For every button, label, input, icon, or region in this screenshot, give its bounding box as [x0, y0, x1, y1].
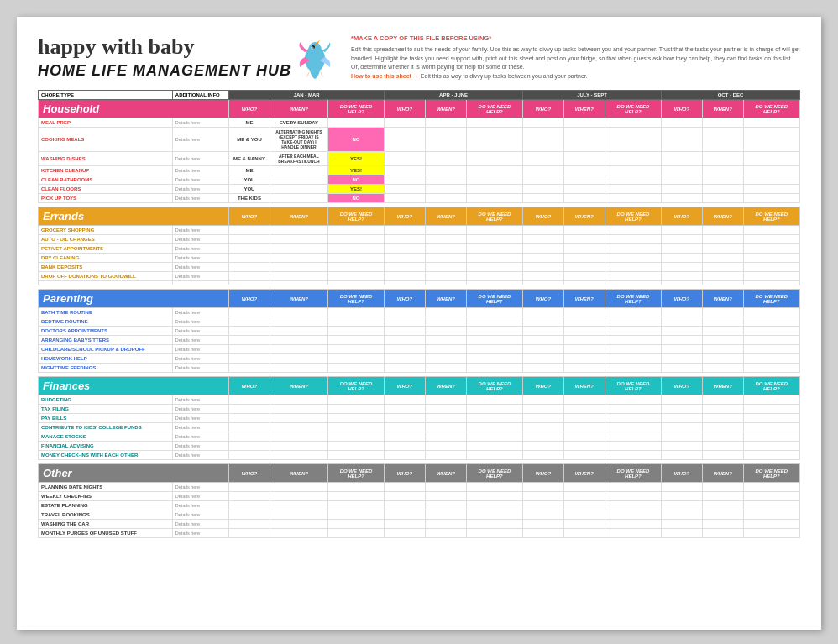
errands-row-4: DRY CLEANING Details here: [39, 254, 800, 263]
bird-icon: [296, 34, 334, 86]
svg-point-5: [312, 47, 313, 49]
finances-section-header: Finances WHO? WHEN? DO WE NEED HELP? WHO…: [39, 377, 800, 395]
other-row-1: PLANNING DATE NIGHTS Details here: [39, 483, 800, 492]
other-row-6: MONTHLY PURGES OF UNUSED STUFF Details h…: [39, 529, 800, 538]
hub-title: HOME LIFE MANAGEMENT HUB: [38, 62, 291, 80]
h-who2: WHO?: [385, 100, 426, 118]
col-q1: JAN - MAR: [229, 91, 385, 100]
when-meal-prep: EVERY SUNDAY: [270, 118, 327, 128]
parenting-row-7: NIGHTTIME FEEDINGS Details here: [39, 364, 800, 373]
other-row-3: ESTATE PLANNING Details here: [39, 501, 800, 510]
errands-label: Errands: [39, 207, 229, 226]
h-who4: WHO?: [661, 100, 702, 118]
finances-row-4: CONTRIBUTE TO KIDS' COLLEGE FUNDS Detail…: [39, 423, 800, 432]
h-when3: WHEN?: [563, 100, 605, 118]
household-row-4: KITCHEN CLEANUP Details here ME YES!: [39, 166, 800, 175]
spreadsheet: CHORE TYPE ADDITIONAL INFO JAN - MAR APR…: [38, 90, 800, 538]
other-row-5: WASHING THE CAR Details here: [39, 520, 800, 529]
errands-row-2: AUTO - OIL CHANGES Details here: [39, 235, 800, 244]
finances-label: Finances: [39, 377, 229, 395]
help-meal-prep: [327, 118, 384, 128]
h-help2: DO WE NEED HELP?: [466, 100, 522, 118]
col-q3: JULY - SEPT: [523, 91, 662, 100]
other-row-2: WEEKLY CHECK-INS Details here: [39, 492, 800, 501]
parenting-section-header: Parenting WHO? WHEN? DO WE NEED HELP? WH…: [39, 290, 800, 308]
household-row-6: CLEAN FLOORS Details here YOU YES!: [39, 185, 800, 194]
other-row-4: TRAVEL BOOKINGS Details here: [39, 510, 800, 520]
errands-row-6: DROP OFF DONATIONS TO GOODWILL Details h…: [39, 272, 800, 281]
logo-section: happy with baby HOME LIFE MANAGEMENT HUB: [38, 34, 334, 86]
h-who3: WHO?: [523, 100, 564, 118]
header-instructions: *MAKE A COPY OF THIS FILE BEFORE USING* …: [334, 34, 800, 83]
household-row-1: MEAL PREP Details here ME EVERY SUNDAY: [39, 118, 800, 128]
who-meal-prep: ME: [229, 118, 270, 128]
how-to-use: How to use this sheet → Edit this as way…: [351, 72, 800, 81]
parenting-row-4: ARRANGING BABYSITTERS Details here: [39, 336, 800, 345]
page: happy with baby HOME LIFE MANAGEMENT HUB: [17, 17, 821, 630]
header-instructions-text: Edit this spreadsheet to suit the needs …: [351, 45, 800, 72]
h-when4: WHEN?: [702, 100, 743, 118]
household-label: Household: [39, 100, 229, 118]
h-help4: DO WE NEED HELP?: [743, 100, 799, 118]
errands-row-5: BANK DEPOSITS Details here: [39, 263, 800, 272]
household-section-header: Household WHO? WHEN? DO WE NEED HELP? WH…: [39, 100, 800, 118]
finances-row-6: FINANCIAL ADVISING Details here: [39, 442, 800, 451]
household-row-2: COOKING MEALS Details here ME & YOU ALTE…: [39, 128, 800, 152]
header-warning: *MAKE A COPY OF THIS FILE BEFORE USING*: [351, 34, 800, 43]
svg-point-1: [308, 42, 322, 59]
parenting-row-6: HOMEWORK HELP Details here: [39, 354, 800, 364]
household-row-7: PICK UP TOYS Details here THE KIDS NO: [39, 194, 800, 203]
finances-row-7: MONEY CHECK-INS WITH EACH OTHER Details …: [39, 451, 800, 460]
other-section-header: Other WHO? WHEN? DO WE NEED HELP? WHO? W…: [39, 464, 800, 483]
h-help3: DO WE NEED HELP?: [605, 100, 661, 118]
logo-text: happy with baby: [38, 34, 291, 60]
errands-section-header: Errands WHO? WHEN? DO WE NEED HELP? WHO?…: [39, 207, 800, 226]
parenting-row-3: DOCTORS APPOINTMENTS Details here: [39, 327, 800, 336]
header: happy with baby HOME LIFE MANAGEMENT HUB: [38, 34, 800, 86]
other-label: Other: [39, 464, 229, 483]
errands-row-3: PET/VET APPOINTMENTS Details here: [39, 244, 800, 254]
col-additional-info: ADDITIONAL INFO: [172, 91, 228, 100]
finances-row-2: TAX FILING Details here: [39, 405, 800, 414]
errands-row-1: GROCERY SHOPPING Details here: [39, 226, 800, 235]
col-q2: APR - JUNE: [385, 91, 523, 100]
h-help: DO WE NEED HELP?: [327, 100, 384, 118]
household-row-5: CLEAN BATHROOMS Details here YOU NO: [39, 175, 800, 185]
h-when2: WHEN?: [425, 100, 466, 118]
col-chore-type: CHORE TYPE: [39, 91, 173, 100]
parenting-row-2: BEDTIME ROUTINE Details here: [39, 317, 800, 327]
parenting-row-5: CHILDCARE/SCHOOL PICKUP & DROPOFF Detail…: [39, 345, 800, 354]
detail-meal-prep: Details here: [172, 118, 228, 128]
finances-row-1: BUDGETING Details here: [39, 395, 800, 405]
finances-row-3: PAY BILLS Details here: [39, 414, 800, 423]
h-when: WHEN?: [270, 100, 327, 118]
parenting-label: Parenting: [39, 290, 229, 308]
parenting-row-1: BATH TIME ROUTINE Details here: [39, 308, 800, 317]
task-meal-prep: MEAL PREP: [39, 118, 173, 128]
finances-row-5: MANAGE STOCKS Details here: [39, 432, 800, 442]
household-row-3: WASHING DISHES Details here ME & NANNY A…: [39, 152, 800, 166]
col-q4: OCT - DEC: [661, 91, 799, 100]
column-headers: CHORE TYPE ADDITIONAL INFO JAN - MAR APR…: [39, 91, 800, 100]
h-who: WHO?: [229, 100, 270, 118]
